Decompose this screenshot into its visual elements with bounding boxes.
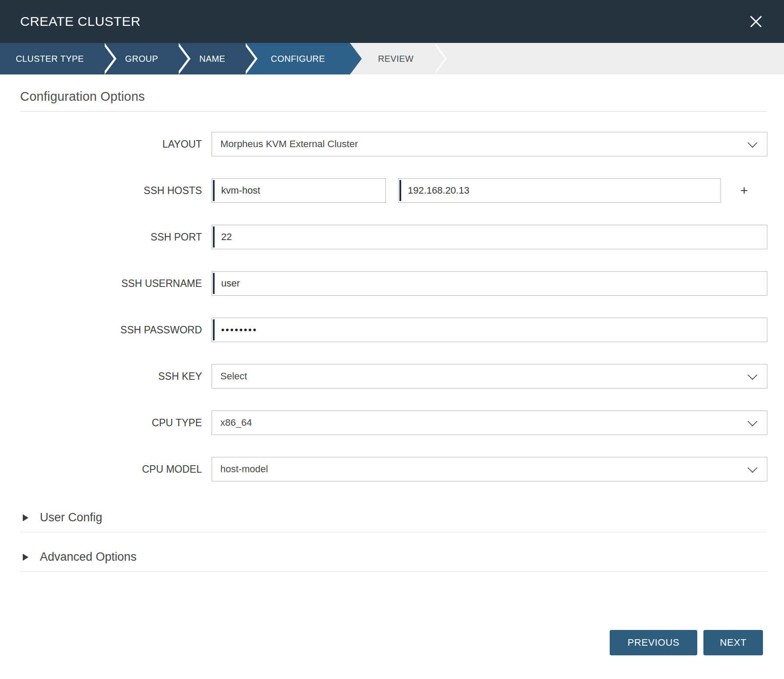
form-row-cpu-type: CPU TYPE x86_64 xyxy=(20,410,767,435)
step-configure[interactable]: CONFIGURE xyxy=(246,43,350,74)
form-row-cpu-model: CPU MODEL host-model xyxy=(20,457,767,481)
ssh-key-label: SSH KEY xyxy=(20,371,202,382)
form-row-layout: LAYOUT Morpheus KVM External Cluster xyxy=(20,132,767,156)
cpu-model-label: CPU MODEL xyxy=(20,463,202,475)
advanced-options-label: Advanced Options xyxy=(40,550,137,564)
previous-button[interactable]: PREVIOUS xyxy=(610,630,697,655)
advanced-options-section-toggle[interactable]: Advanced Options xyxy=(20,543,767,572)
wizard-steps: CLUSTER TYPE GROUP NAME CONFIGURE REVIEW xyxy=(0,43,784,74)
form-row-ssh-key: SSH KEY Select xyxy=(20,364,767,389)
step-label: CONFIGURE xyxy=(271,54,325,64)
chevron-down-icon xyxy=(748,463,758,473)
ssh-host-name-input[interactable] xyxy=(212,178,386,203)
ssh-username-label: SSH USERNAME xyxy=(20,278,202,290)
section-divider xyxy=(20,111,767,112)
configure-form: LAYOUT Morpheus KVM External Cluster SSH… xyxy=(20,132,767,481)
user-config-label: User Config xyxy=(40,511,102,524)
collapse-triangle-icon xyxy=(23,554,28,561)
chevron-down-icon xyxy=(748,138,758,148)
step-label: GROUP xyxy=(125,54,158,64)
chevron-down-icon xyxy=(748,370,758,380)
configure-panel: Configuration Options LAYOUT Morpheus KV… xyxy=(0,74,784,572)
step-label: REVIEW xyxy=(378,54,413,64)
create-cluster-modal: CREATE CLUSTER CLUSTER TYPE GROUP NAME C… xyxy=(0,0,784,679)
ssh-port-input[interactable] xyxy=(212,225,767,249)
ssh-port-label: SSH PORT xyxy=(20,231,202,243)
step-label: NAME xyxy=(199,54,225,64)
cpu-type-select[interactable]: x86_64 xyxy=(212,410,767,435)
user-config-section-toggle[interactable]: User Config xyxy=(20,503,767,532)
step-review[interactable]: REVIEW xyxy=(350,43,435,74)
ssh-username-input[interactable] xyxy=(212,271,767,296)
form-row-ssh-port: SSH PORT xyxy=(20,225,767,249)
cpu-type-select-value: x86_64 xyxy=(220,417,252,428)
modal-header: CREATE CLUSTER xyxy=(0,0,784,43)
form-row-ssh-username: SSH USERNAME xyxy=(20,271,767,296)
cpu-model-select-value: host-model xyxy=(220,463,268,475)
close-icon[interactable] xyxy=(748,14,764,29)
ssh-password-label: SSH PASSWORD xyxy=(20,324,202,336)
chevron-down-icon xyxy=(748,417,758,427)
step-cluster-type[interactable]: CLUSTER TYPE xyxy=(0,43,105,74)
ssh-host-address-input[interactable] xyxy=(398,178,721,203)
cpu-model-select[interactable]: host-model xyxy=(212,457,767,481)
next-button[interactable]: NEXT xyxy=(703,630,763,655)
layout-select-value: Morpheus KVM External Cluster xyxy=(220,138,358,150)
layout-label: LAYOUT xyxy=(20,138,202,150)
cpu-type-label: CPU TYPE xyxy=(20,417,202,429)
add-host-button[interactable]: + xyxy=(721,184,767,197)
ssh-key-select-value: Select xyxy=(220,371,247,382)
form-row-ssh-hosts: SSH HOSTS + xyxy=(20,178,767,203)
layout-select[interactable]: Morpheus KVM External Cluster xyxy=(212,132,767,156)
ssh-password-input[interactable] xyxy=(212,318,767,342)
wizard-bar-filler xyxy=(435,43,784,74)
form-row-ssh-password: SSH PASSWORD xyxy=(20,318,767,342)
modal-title: CREATE CLUSTER xyxy=(20,14,141,29)
step-label: CLUSTER TYPE xyxy=(16,54,84,64)
collapse-triangle-icon xyxy=(23,514,28,521)
ssh-key-select[interactable]: Select xyxy=(212,364,767,389)
ssh-hosts-label: SSH HOSTS xyxy=(20,185,202,197)
section-title: Configuration Options xyxy=(20,89,767,104)
wizard-footer: PREVIOUS NEXT xyxy=(610,630,763,655)
